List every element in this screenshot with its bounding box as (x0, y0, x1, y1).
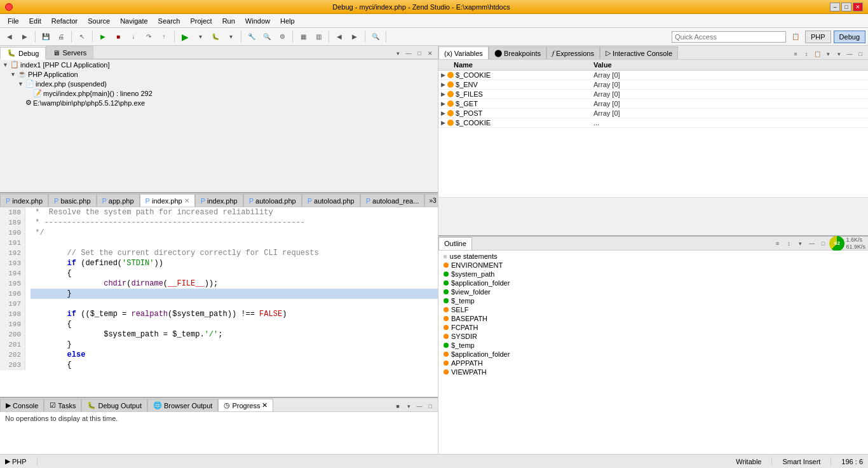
debug-perspective-button[interactable]: Debug (834, 31, 865, 43)
bottom-minimize[interactable]: — (414, 401, 424, 411)
close-button[interactable]: ✕ (853, 3, 863, 11)
open-perspective-button[interactable]: 📋 (789, 30, 803, 44)
vars-collapse-all[interactable]: ≡ (790, 49, 801, 59)
tab-expressions[interactable]: 𝑓 Expressions (546, 46, 600, 59)
tab-console[interactable]: ▶ Console (0, 399, 44, 411)
code-editor[interactable]: 188 189 190 191 192 193 194 195 196 197 … (0, 207, 438, 397)
layout1-button[interactable]: ▦ (296, 30, 310, 44)
outline-item-appfolder[interactable]: $application_folder (438, 279, 868, 287)
bottom-stop[interactable]: ■ (393, 401, 403, 411)
outline-minimize[interactable]: — (806, 238, 817, 249)
tab-overflow[interactable]: »3 (424, 194, 438, 207)
editor-tab-6[interactable]: P autoload.php (302, 194, 360, 207)
close-tab-icon[interactable]: ✕ (184, 197, 189, 204)
tab-servers[interactable]: 🖥 Servers (46, 46, 93, 59)
outline-item-viewfolder[interactable]: $view_folder (438, 287, 868, 296)
outline-item-basepath[interactable]: BASEPATH (438, 314, 868, 323)
maximize-button[interactable]: □ (841, 3, 851, 11)
vars-minimize[interactable]: — (844, 49, 855, 59)
menu-file[interactable]: File (3, 16, 24, 26)
debug-maximize[interactable]: □ (414, 48, 424, 59)
tab-variables[interactable]: (x) Variables (438, 46, 489, 59)
tool3-button[interactable]: ⚙ (275, 30, 289, 44)
vars-btn4[interactable]: ▾ (823, 49, 833, 59)
save-button[interactable]: 💾 (39, 30, 53, 44)
outline-item-fcpath[interactable]: FCPATH (438, 323, 868, 332)
tab-outline[interactable]: Outline (438, 237, 472, 250)
tab-browser-output[interactable]: 🌐 Browser Output (147, 399, 218, 411)
menu-navigate[interactable]: Navigate (115, 16, 153, 26)
menu-run[interactable]: Run (217, 16, 240, 26)
tree-item-4[interactable]: 📝 myci/index.php{main}() : lineno 292 (23, 88, 438, 98)
minimize-button[interactable]: – (830, 3, 840, 11)
tree-item-5[interactable]: ⚙ E:\wamp\bin\php\php5.5.12\php.exe (15, 98, 438, 107)
debug-close[interactable]: ✕ (425, 48, 435, 59)
outline-item-use[interactable]: ≡ use statements (438, 252, 868, 261)
tab-interactive-console[interactable]: ▷ Interactive Console (600, 46, 678, 59)
search-toolbar-button[interactable]: 🔍 (369, 30, 383, 44)
print-button[interactable]: 🖨 (54, 30, 68, 44)
stop-button[interactable]: ■ (111, 30, 125, 44)
vars-maximize[interactable]: □ (855, 49, 865, 59)
editor-tab-3[interactable]: P index.php ✕ (140, 194, 195, 207)
menu-window[interactable]: Window (240, 16, 275, 26)
tab-progress[interactable]: ◷ Progress ✕ (218, 399, 273, 411)
outline-sort[interactable]: ↕ (783, 238, 794, 249)
vars-row-files[interactable]: ▶ $_FILES Array [0] (438, 90, 868, 99)
vars-btn2[interactable]: ↕ (801, 49, 811, 59)
php-perspective-button[interactable]: PHP (805, 31, 831, 43)
cursor-button[interactable]: ↖ (75, 30, 89, 44)
editor-tab-4[interactable]: P index.php (195, 194, 243, 207)
debug2-dropdown[interactable]: ▾ (224, 30, 238, 44)
outline-item-temp[interactable]: $_temp (438, 296, 868, 305)
outline-item-env[interactable]: ENVIRONMENT (438, 261, 868, 270)
bottom-menu[interactable]: ▾ (403, 401, 414, 411)
quick-access-input[interactable] (672, 31, 786, 43)
debug-panel-menu[interactable]: ▾ (393, 48, 403, 59)
run-dropdown[interactable]: ▾ (193, 30, 207, 44)
outline-item-sysdir[interactable]: SYSDIR (438, 332, 868, 341)
menu-search[interactable]: Search (153, 16, 186, 26)
stepinto-button[interactable]: ↓ (126, 30, 140, 44)
mac-close-btn[interactable] (5, 3, 13, 11)
outline-item-self[interactable]: SELF (438, 305, 868, 314)
debug-minimize[interactable]: — (403, 48, 414, 59)
vars-row-env[interactable]: ▶ $_ENV Array [0] (438, 80, 868, 90)
menu-help[interactable]: Help (275, 16, 300, 26)
run-button[interactable]: ▶ (178, 30, 192, 44)
editor-tab-5[interactable]: P autoload.php (243, 194, 302, 207)
menu-source[interactable]: Source (83, 16, 115, 26)
vars-row-cookie[interactable]: ▶ $_COOKIE Array [0] (438, 71, 868, 80)
menu-refactor[interactable]: Refactor (46, 16, 83, 26)
tab-debug-output[interactable]: 🐛 Debug Output (81, 399, 147, 411)
forward-button[interactable]: ▶ (18, 30, 32, 44)
outline-item-apppath[interactable]: APPPATH (438, 359, 868, 368)
outline-item-viewpath[interactable]: VIEWPATH (438, 368, 868, 376)
tab-tasks[interactable]: ☑ Tasks (44, 399, 81, 411)
stepover-button[interactable]: ↷ (142, 30, 156, 44)
vars-menu[interactable]: ▾ (834, 49, 844, 59)
editor-tab-7[interactable]: P autoload_rea... (360, 194, 425, 207)
outline-menu[interactable]: ▾ (795, 238, 805, 249)
outline-item-temp2[interactable]: $_temp (438, 341, 868, 350)
nav-back-button[interactable]: ◀ (332, 30, 346, 44)
menu-edit[interactable]: Edit (24, 16, 46, 26)
nav-forward-button[interactable]: ▶ (348, 30, 362, 44)
vars-btn3[interactable]: 📋 (812, 49, 822, 59)
editor-tab-0[interactable]: P index.php (0, 194, 48, 207)
progress-close-icon[interactable]: ✕ (262, 401, 268, 410)
outline-item-syspath[interactable]: $system_path (438, 270, 868, 279)
editor-tab-2[interactable]: P app.php (97, 194, 140, 207)
menu-project[interactable]: Project (185, 16, 217, 26)
tab-debug[interactable]: 🐛 Debug (0, 47, 46, 60)
tab-breakpoints[interactable]: ⬤ Breakpoints (489, 46, 546, 59)
vars-row-post[interactable]: ▶ $_POST Array [0] (438, 109, 868, 118)
tool1-button[interactable]: 🔧 (245, 30, 259, 44)
vars-row-get[interactable]: ▶ $_GET Array [0] (438, 99, 868, 109)
resume-button[interactable]: ▶ (96, 30, 110, 44)
stepreturn-button[interactable]: ↑ (157, 30, 171, 44)
debug2-button[interactable]: 🐛 (208, 30, 222, 44)
tree-item-1[interactable]: ▼ 📋 index1 [PHP CLI Application] (0, 60, 438, 69)
layout2-button[interactable]: ▥ (311, 30, 325, 44)
editor-tab-1[interactable]: P basic.php (48, 194, 96, 207)
